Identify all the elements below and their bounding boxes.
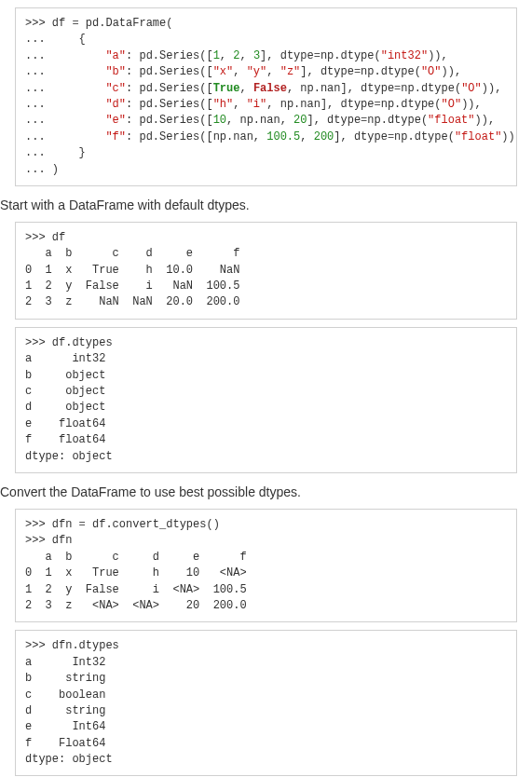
code-indent: ... xyxy=(25,114,105,127)
code-text: >>> dfn xyxy=(25,518,79,531)
code-indent: ... xyxy=(25,82,105,95)
num: 200 xyxy=(314,130,334,143)
str: "O" xyxy=(461,82,482,95)
code-text: ], dtype xyxy=(334,130,388,143)
code-text: : pd.Series([ xyxy=(126,82,213,95)
code-indent: ... xyxy=(25,130,105,143)
code-text: , xyxy=(233,98,246,111)
str: "float" xyxy=(455,130,501,143)
code-indent: ... xyxy=(25,65,105,78)
code-text: )), xyxy=(501,130,517,143)
code-line: ... } xyxy=(25,146,86,159)
str: "y" xyxy=(247,65,267,78)
code-block-dataframe-construct: >>> df = pd.DataFrame( ... { ... "a": pd… xyxy=(15,7,517,186)
code-text: np.dtype( xyxy=(361,65,421,78)
num: 10 xyxy=(213,114,226,127)
code-line: >>> dfn xyxy=(25,534,72,547)
num: 1 xyxy=(213,49,220,62)
code-text: , xyxy=(266,65,280,78)
code-text: )), xyxy=(442,65,462,78)
code-output: a b c d e f 0 1 x True h 10 <NA> 1 2 y F… xyxy=(25,551,247,612)
code-text: , xyxy=(220,49,233,62)
code-line: ... ) xyxy=(25,163,59,176)
prose-default-dtypes: Start with a DataFrame with default dtyp… xyxy=(0,198,517,212)
code-text: , xyxy=(239,82,252,95)
code-indent: ... xyxy=(25,98,105,111)
kw-false: False xyxy=(253,82,287,95)
code-text: : pd.Series([ xyxy=(126,114,213,127)
code-text: ], dtype xyxy=(307,114,361,127)
code-text: , xyxy=(233,65,246,78)
code-text: np.dtype( xyxy=(367,114,428,127)
code-text: )), xyxy=(475,114,496,127)
op-equals: = xyxy=(375,98,381,111)
code-text: ], dtype xyxy=(260,49,314,62)
str: "x" xyxy=(213,65,234,78)
code-block-dfn-dtypes: >>> dfn.dtypes a Int32 b string c boolea… xyxy=(15,630,517,776)
code-text: : pd.Series([ xyxy=(126,98,213,111)
kw-true: True xyxy=(213,82,240,95)
code-line: >>> df xyxy=(25,17,72,30)
str: "int32" xyxy=(381,49,428,62)
code-text: np.dtype( xyxy=(401,82,461,95)
code-text: )), xyxy=(428,49,448,62)
op-equals: = xyxy=(79,518,86,531)
str: "O" xyxy=(421,65,442,78)
num: 3 xyxy=(253,49,260,62)
str: "O" xyxy=(442,98,462,111)
code-text: np.dtype( xyxy=(381,98,442,111)
code-text: : pd.Series([ xyxy=(126,65,213,78)
code-text: )), xyxy=(461,98,482,111)
str: "h" xyxy=(213,98,234,111)
prose-convert-dtypes: Convert the DataFrame to use best possib… xyxy=(0,484,517,499)
code-indent: ... xyxy=(25,49,105,62)
str: "float" xyxy=(428,114,474,127)
code-text: : pd.Series([np.nan, xyxy=(126,130,266,143)
code-text: df.convert_dtypes() xyxy=(86,518,220,531)
str-key: "a" xyxy=(105,49,126,62)
code-text: , np.nan], dtype xyxy=(287,82,394,95)
code-block-df-output: >>> df a b c d e f 0 1 x True h 10.0 NaN… xyxy=(15,222,517,320)
code-text: pd.DataFrame( xyxy=(79,17,173,30)
code-text: : pd.Series([ xyxy=(126,49,213,62)
str-key: "c" xyxy=(105,82,126,95)
code-text: )), xyxy=(482,82,502,95)
str-key: "b" xyxy=(105,65,126,78)
str: "z" xyxy=(280,65,301,78)
str: "i" xyxy=(247,98,267,111)
op-equals: = xyxy=(72,17,78,30)
code-text: , np.nan], dtype xyxy=(266,98,374,111)
code-text: np.dtype( xyxy=(321,49,381,62)
code-block-convert-dtypes: >>> dfn = df.convert_dtypes() >>> dfn a … xyxy=(15,509,517,622)
code-block-df-dtypes: >>> df.dtypes a int32 b object c object … xyxy=(15,327,517,473)
code-text: , np.nan, xyxy=(226,114,293,127)
op-equals: = xyxy=(314,49,321,62)
code-line: ... { xyxy=(25,33,86,46)
code-text: , xyxy=(239,49,252,62)
num: 20 xyxy=(293,114,307,127)
num: 100.5 xyxy=(266,130,300,143)
code-text: ], dtype xyxy=(300,65,354,78)
str-key: "f" xyxy=(105,130,126,143)
str-key: "d" xyxy=(105,98,126,111)
code-text: np.dtype( xyxy=(394,130,455,143)
code-text: , xyxy=(300,130,313,143)
str-key: "e" xyxy=(105,114,126,127)
